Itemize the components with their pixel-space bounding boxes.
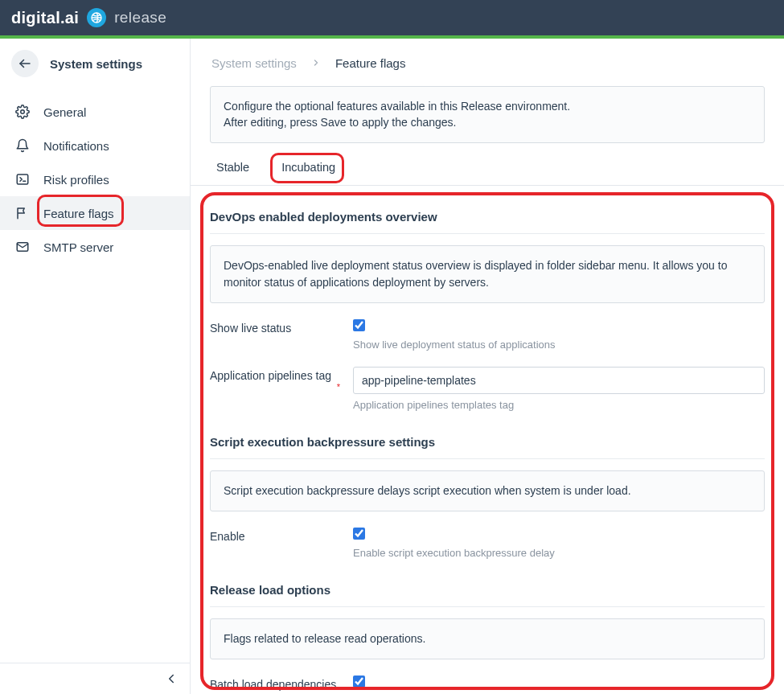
sidebar-item-label: Risk profiles bbox=[43, 173, 109, 187]
field-app-pipelines-tag: Application pipelines tag * Application … bbox=[210, 367, 765, 411]
sidebar-item-risk-profiles[interactable]: Risk profiles bbox=[0, 162, 190, 196]
mail-icon bbox=[14, 240, 31, 254]
main: System settings Feature flags Configure … bbox=[191, 39, 784, 694]
breadcrumb: System settings Feature flags bbox=[191, 39, 784, 86]
arrow-left-icon bbox=[18, 56, 32, 71]
tabs: Stable Incubating bbox=[191, 143, 784, 186]
tab-incubating-label: Incubating bbox=[281, 161, 335, 174]
field-script-enable: Enable Enable script execution backpress… bbox=[210, 528, 765, 559]
sidebar-item-label: General bbox=[43, 105, 86, 119]
gear-icon bbox=[14, 105, 31, 119]
field-label: Show live status bbox=[210, 319, 353, 336]
tab-stable[interactable]: Stable bbox=[211, 161, 254, 185]
sidebar-item-feature-flags[interactable]: Feature flags bbox=[0, 196, 190, 230]
page-info-banner: Configure the optional features availabl… bbox=[210, 86, 765, 143]
sidebar-item-label: Feature flags bbox=[43, 207, 114, 220]
sidebar-nav: General Notifications Risk profiles Feat… bbox=[0, 92, 190, 264]
field-label: Application pipelines tag * bbox=[210, 367, 353, 384]
sidebar-header: System settings bbox=[0, 39, 190, 92]
chevron-left-icon[interactable] bbox=[164, 671, 179, 686]
brand-release: release bbox=[114, 9, 166, 27]
back-button[interactable] bbox=[11, 50, 39, 77]
section-title-devops: DevOps enabled deployments overview bbox=[210, 202, 765, 234]
section-title-script: Script execution backpressure settings bbox=[210, 427, 765, 459]
risk-icon bbox=[14, 172, 31, 187]
field-show-live-status: Show live status Show live deployment st… bbox=[210, 319, 765, 351]
required-indicator: * bbox=[337, 381, 340, 393]
bell-icon bbox=[14, 138, 31, 153]
banner-line: Configure the optional features availabl… bbox=[224, 98, 751, 114]
field-batch-load: Batch load dependencies Enable batch loa… bbox=[210, 676, 765, 694]
show-live-status-checkbox[interactable] bbox=[353, 319, 365, 331]
field-help: Show live deployment status of applicati… bbox=[353, 339, 765, 351]
script-enable-checkbox[interactable] bbox=[353, 528, 365, 540]
batch-load-checkbox[interactable] bbox=[353, 676, 365, 688]
breadcrumb-current: Feature flags bbox=[335, 56, 406, 70]
svg-point-2 bbox=[21, 110, 25, 114]
chevron-right-icon bbox=[311, 56, 321, 70]
field-help: Application pipelines templates tag bbox=[353, 399, 765, 411]
brand-digitalai: digital.ai bbox=[11, 9, 79, 27]
sections: DevOps enabled deployments overview DevO… bbox=[200, 192, 774, 694]
sidebar-item-label: SMTP server bbox=[43, 240, 113, 254]
field-label-text: Application pipelines tag bbox=[210, 369, 331, 382]
sidebar-item-label: Notifications bbox=[43, 139, 109, 153]
tab-incubating[interactable]: Incubating bbox=[277, 161, 340, 185]
sections-wrap: DevOps enabled deployments overview DevO… bbox=[200, 192, 774, 690]
release-logo-icon bbox=[87, 8, 106, 27]
topbar: digital.ai release bbox=[0, 0, 784, 35]
sidebar: System settings General Notifications Ri… bbox=[0, 39, 191, 694]
sidebar-item-notifications[interactable]: Notifications bbox=[0, 129, 190, 162]
field-help: Enable script execution backpressure del… bbox=[353, 547, 765, 559]
section-info-load: Flags related to release read operations… bbox=[210, 618, 765, 659]
section-title-load: Release load options bbox=[210, 575, 765, 607]
section-info-script: Script execution backpressure delays scr… bbox=[210, 470, 765, 511]
sidebar-collapse-row bbox=[0, 663, 190, 694]
section-info-devops: DevOps-enabled live deployment status ov… bbox=[210, 245, 765, 303]
brand-digitalai-text: digital.ai bbox=[11, 9, 79, 27]
sidebar-item-general[interactable]: General bbox=[0, 95, 190, 129]
flag-icon bbox=[14, 206, 31, 220]
field-label: Enable bbox=[210, 528, 353, 544]
field-label: Batch load dependencies bbox=[210, 676, 353, 692]
breadcrumb-root[interactable]: System settings bbox=[211, 56, 297, 70]
banner-line: After editing, press Save to apply the c… bbox=[224, 114, 751, 130]
sidebar-title: System settings bbox=[50, 57, 142, 71]
app-pipelines-tag-input[interactable] bbox=[353, 367, 765, 394]
sidebar-item-smtp-server[interactable]: SMTP server bbox=[0, 230, 190, 264]
